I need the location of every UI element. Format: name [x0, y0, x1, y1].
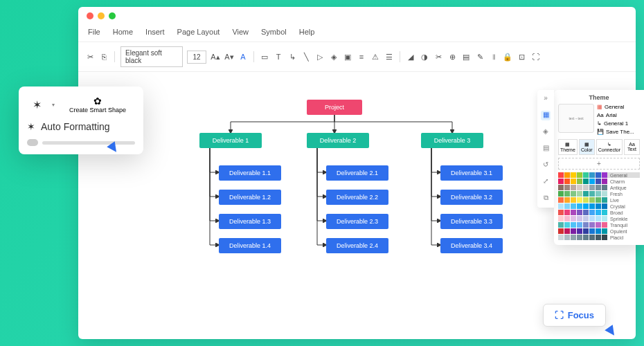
node-d1-2[interactable]: Deliverable 1.2 [219, 190, 281, 205]
edit-icon[interactable]: ✎ [475, 52, 485, 62]
focus-button[interactable]: ⛶ Focus [543, 304, 606, 327]
line-icon[interactable]: ╲ [301, 52, 311, 62]
shape-rect-icon[interactable]: ▭ [260, 52, 269, 62]
page-side-icon[interactable]: ▤ [541, 144, 551, 154]
menu-symbol[interactable]: Symbol [261, 28, 287, 36]
minimize-icon[interactable] [98, 12, 105, 19]
tab-color[interactable]: ▦Color [579, 139, 595, 155]
chevron-down-icon[interactable]: ▾ [52, 102, 55, 108]
resize-icon[interactable]: ⤢ [541, 177, 551, 187]
menu-help[interactable]: Help [299, 28, 315, 36]
menu-insert[interactable]: Insert [145, 28, 165, 36]
collapse-icon[interactable]: » [541, 94, 551, 104]
node-deliverable-1[interactable]: Deliverable 1 [199, 133, 262, 148]
palette-sprinkle[interactable]: Sprinkle [558, 216, 640, 221]
align-icon[interactable]: ≡ [357, 52, 366, 62]
expand-icon[interactable]: ⛶ [530, 52, 540, 62]
tab-theme[interactable]: ▦Theme [558, 139, 578, 155]
font-size[interactable]: 12 [187, 51, 206, 64]
warning-icon[interactable]: ⚠ [370, 52, 380, 62]
layers-side-icon[interactable]: ◈ [541, 127, 551, 137]
link-icon[interactable]: ⧉ [541, 194, 551, 203]
node-project[interactable]: Project [307, 100, 362, 115]
theme-opt-general[interactable]: ▦General [597, 104, 640, 110]
node-d1-1[interactable]: Deliverable 1.1 [219, 165, 281, 181]
theme-preview[interactable]: text→text [558, 104, 594, 133]
palette-fresh[interactable]: Fresh [558, 191, 640, 197]
fill-icon[interactable]: ◢ [406, 52, 415, 62]
node-d2-3[interactable]: Deliverable 2.3 [326, 214, 388, 229]
node-d2-2[interactable]: Deliverable 2.2 [326, 190, 388, 205]
copy-icon[interactable]: ⎘ [99, 52, 109, 62]
palette-tranquil[interactable]: Tranquil [558, 222, 640, 228]
shadow-icon[interactable]: ◑ [420, 52, 429, 62]
node-d3-1[interactable]: Deliverable 3.1 [440, 165, 503, 181]
page-icon[interactable]: ▤ [461, 52, 471, 62]
auto-format-popup: ✶ ▾ ✿ Create Smart Shape ✶ Auto Formatti… [19, 86, 143, 154]
palette-charm[interactable]: Charm [558, 179, 640, 184]
text-tool-icon[interactable]: T [274, 52, 283, 62]
menu-home[interactable]: Home [113, 28, 133, 36]
palette-live[interactable]: Live [558, 197, 640, 203]
node-d3-4[interactable]: Deliverable 3.4 [440, 238, 503, 253]
close-icon[interactable] [87, 12, 93, 19]
focus-icon: ⛶ [555, 310, 564, 320]
tab-connector[interactable]: ↳Connector [596, 139, 623, 155]
pointer-icon[interactable]: ▷ [315, 52, 325, 62]
settings-icon[interactable]: ⫴ [489, 52, 499, 62]
zoom-icon[interactable]: ⊕ [447, 52, 457, 62]
toolbar: ✂ ⎘ Elegant soft black 12 A▴ A▾ A ▭ T ↳ … [78, 42, 636, 72]
theme-opt-save[interactable]: 💾Save The... [597, 129, 640, 135]
font-decrease-icon[interactable]: A▾ [224, 52, 234, 62]
palette-broad[interactable]: Broad [558, 210, 640, 215]
theme-opt-arial[interactable]: AaArial [597, 112, 640, 118]
layers-icon[interactable]: ◈ [329, 52, 339, 62]
node-d1-3[interactable]: Deliverable 1.3 [219, 214, 281, 229]
palette-antique[interactable]: Antique [558, 185, 640, 190]
crop-icon[interactable]: ✂ [433, 52, 443, 62]
window-controls [78, 7, 636, 25]
tab-text[interactable]: AaText [624, 139, 640, 155]
lock-icon[interactable]: 🔒 [503, 52, 512, 62]
theme-opt-general1[interactable]: ↳General 1 [597, 120, 640, 127]
font-color-icon[interactable]: A [238, 52, 248, 62]
group-icon[interactable]: ▣ [343, 52, 352, 62]
smart-shape-icon[interactable]: ✿ [60, 95, 135, 107]
more-icon[interactable]: ⊡ [517, 52, 526, 62]
focus-label: Focus [568, 310, 594, 320]
palette-general[interactable]: General [558, 172, 640, 178]
node-d3-2[interactable]: Deliverable 3.2 [440, 190, 503, 205]
theme-panel: » ▦ ◈ ▤ ↺ ⤢ ⧉ Theme text→text ▦General A… [554, 90, 644, 245]
format-slider[interactable] [27, 139, 135, 146]
font-increase-icon[interactable]: A▴ [211, 52, 220, 62]
side-tool-rail: » ▦ ◈ ▤ ↺ ⤢ ⧉ [537, 90, 554, 208]
node-d2-1[interactable]: Deliverable 2.1 [326, 165, 388, 181]
arrange-icon[interactable]: ☰ [384, 52, 394, 62]
menu-page-layout[interactable]: Page Layout [177, 28, 220, 36]
menubar: File Home Insert Page Layout View Symbol… [78, 25, 636, 42]
palette-placid[interactable]: Placid [558, 235, 640, 240]
node-d2-4[interactable]: Deliverable 2.4 [326, 238, 388, 253]
create-smart-shape-label: Create Smart Shape [60, 107, 135, 114]
palette-crystal[interactable]: Crystal [558, 203, 640, 209]
burst-icon[interactable]: ✶ [27, 95, 46, 114]
grid-icon[interactable]: ▦ [541, 111, 551, 120]
menu-view[interactable]: View [232, 28, 249, 36]
add-palette-button[interactable]: + [558, 158, 640, 170]
theme-title: Theme [558, 94, 640, 101]
maximize-icon[interactable] [109, 12, 116, 19]
history-icon[interactable]: ↺ [541, 161, 551, 170]
font-selector[interactable]: Elegant soft black [120, 46, 183, 67]
connector-icon[interactable]: ↳ [287, 52, 297, 62]
burst-icon: ✶ [27, 121, 35, 132]
palette-opulent[interactable]: Opulent [558, 228, 640, 234]
auto-formatting-button[interactable]: ✶ Auto Formatting [27, 121, 135, 132]
menu-file[interactable]: File [88, 28, 100, 36]
node-deliverable-2[interactable]: Deliverable 2 [307, 133, 369, 148]
auto-formatting-label: Auto Formatting [41, 121, 110, 132]
node-d3-3[interactable]: Deliverable 3.3 [440, 214, 503, 229]
cut-icon[interactable]: ✂ [85, 52, 95, 62]
node-deliverable-3[interactable]: Deliverable 3 [421, 133, 483, 148]
node-d1-4[interactable]: Deliverable 1.4 [219, 238, 281, 253]
palette-list: GeneralCharmAntiqueFreshLiveCrystalBroad… [558, 172, 640, 240]
